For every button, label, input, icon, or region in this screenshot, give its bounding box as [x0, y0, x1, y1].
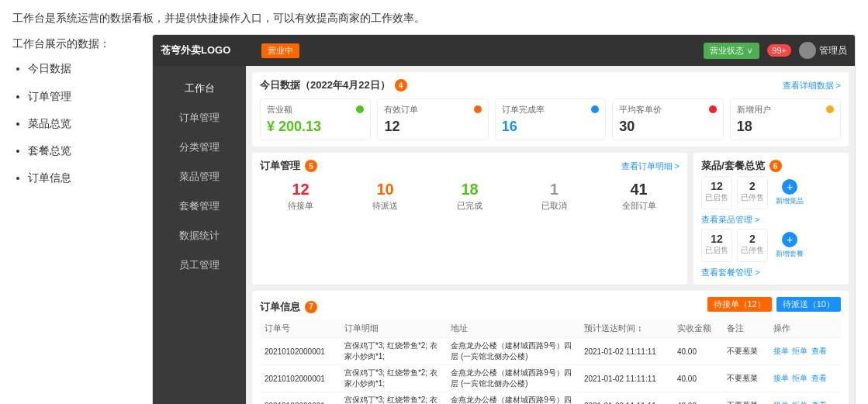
action-accept[interactable]: 接单	[773, 374, 789, 382]
order-management-card: 订单管理 5 查看订单明细 > 12 待接单	[252, 153, 687, 285]
avatar	[799, 42, 816, 59]
stat-value: 16	[502, 119, 599, 135]
notification-button[interactable]: 99+	[767, 44, 791, 57]
stats-row: 营业额 ¥ 200.13 有效订单 12 订单完成率	[260, 98, 841, 140]
today-data-link[interactable]: 查看详细数据 >	[783, 80, 841, 92]
stat-num: 41	[601, 181, 676, 199]
menu-top-cells: 12 已启售 2 已停售 + 新增菜品	[701, 176, 807, 209]
order-stat-cancelled: 1 已取消	[514, 178, 595, 215]
main-content: 工作台展示的数据： 今日数据 订单管理 菜品总览 套餐总览 订单信息 苍穹外卖L…	[12, 34, 856, 404]
cell-actions: 接单 拒单 查看	[769, 392, 841, 404]
status-badge: 营业中	[261, 43, 299, 58]
business-status-button[interactable]: 营业状态 ∨	[704, 43, 759, 59]
stat-label: 全部订单	[601, 200, 676, 212]
cell-address: 金燕龙办公楼（建材城西路9号）四层 (一宾馆北侧办公楼)	[446, 338, 579, 365]
today-data-card: 今日数据（2022年4月22日） 4 查看详细数据 > 营业额 ¥ 200.13	[252, 72, 849, 147]
list-item: 订单管理	[28, 87, 137, 106]
list-item: 今日数据	[28, 59, 137, 78]
cell-order-id: 20210102000001	[260, 338, 340, 365]
stat-dot	[709, 105, 717, 113]
today-data-header: 今日数据（2022年4月22日） 4 查看详细数据 >	[260, 78, 841, 92]
cell-time: 2021-01-02 11:11:11	[579, 392, 673, 404]
cell-note: 不要葱菜	[722, 392, 769, 404]
action-accept[interactable]: 接单	[773, 347, 789, 355]
cell-time: 2021-01-02 11:11:11	[579, 365, 673, 392]
cell-note: 不要葱菜	[722, 365, 769, 392]
action-reject[interactable]: 拒单	[792, 374, 807, 382]
middle-row: 订单管理 5 查看订单明细 > 12 待接单	[252, 153, 849, 285]
stat-label: 待接单	[263, 200, 338, 212]
today-data-badge: 4	[395, 79, 407, 92]
menu-link1[interactable]: 查看菜品管理 >	[701, 215, 759, 224]
add-dish-button[interactable]: +	[782, 179, 797, 195]
add-dish-cell[interactable]: + 新增菜品	[773, 176, 807, 209]
col-note: 备注	[722, 319, 769, 338]
order-tab-delivering[interactable]: 待派送（10）	[776, 297, 841, 312]
stat-revenue: 营业额 ¥ 200.13	[260, 98, 371, 140]
admin-menu[interactable]: 管理员	[799, 42, 847, 59]
cell-address: 金燕龙办公楼（建材城西路9号）四层 (一宾馆北侧办公楼)	[446, 365, 579, 392]
sidebar-item-dishes[interactable]: 菜品管理	[153, 162, 246, 192]
list-item: 套餐总览	[28, 141, 137, 161]
stat-new-users: 新增用户 18	[730, 98, 841, 140]
sidebar-item-workbench[interactable]: 工作台	[153, 74, 246, 103]
add-combo-label: 新增套餐	[776, 249, 804, 259]
action-view[interactable]: 查看	[811, 347, 827, 355]
add-combo-button[interactable]: +	[782, 232, 797, 247]
cell-order-id: 20210102000001	[260, 365, 340, 392]
cell-actions: 接单 拒单 查看	[769, 365, 841, 392]
order-mgmt-link[interactable]: 查看订单明细 >	[621, 161, 680, 172]
app-body: 工作台 订单管理 分类管理 菜品管理 套餐管理 数据统计 员工管理 今日数据（2…	[153, 66, 855, 404]
stat-num: 1	[517, 181, 592, 199]
menu-link2[interactable]: 查看套餐管理 >	[701, 268, 759, 277]
cell-note: 不要葱菜	[722, 338, 769, 365]
col-address: 地址	[446, 319, 579, 338]
order-info-title: 订单信息 7	[260, 300, 317, 314]
order-mgmt-title: 订单管理 5	[260, 159, 317, 173]
order-table-head: 订单号 订单明细 地址 预计送达时间 ↕ 实收金额 备注 操作	[260, 319, 841, 338]
action-reject[interactable]: 拒单	[792, 347, 807, 355]
menu-overview-card: 菜品/套餐总览 6 12 已启售	[693, 153, 849, 285]
action-view[interactable]: 查看	[811, 374, 827, 382]
sidebar-item-orders[interactable]: 订单管理	[153, 103, 246, 133]
table-row: 20210102000001 宫保鸡丁*3; 红烧带鱼*2; 衣家小炒肉*1; …	[260, 392, 841, 404]
stat-completion-rate: 订单完成率 16	[495, 98, 606, 140]
stat-num: 12	[263, 181, 338, 199]
cell-address: 金燕龙办公楼（建材城西路9号）四层 (一宾馆北侧办公楼)	[446, 392, 579, 404]
action-reject[interactable]: 拒单	[792, 401, 807, 404]
menu-overview-link1: 查看菜品管理 >	[701, 212, 841, 226]
stat-avg-price: 平均客单价 30	[612, 98, 723, 140]
add-combo-cell[interactable]: + 新增套餐	[773, 229, 807, 262]
app-sidebar: 工作台 订单管理 分类管理 菜品管理 套餐管理 数据统计 员工管理	[153, 66, 246, 404]
left-panel: 工作台展示的数据： 今日数据 订单管理 菜品总览 套餐总览 订单信息	[12, 34, 137, 404]
order-table: 订单号 订单明细 地址 预计送达时间 ↕ 实收金额 备注 操作	[260, 319, 841, 404]
intro-line1: 工作台是系统运营的数据看板，并提供快捷操作入口，可以有效提高商家的工作效率。	[12, 12, 425, 24]
action-accept[interactable]: 接单	[773, 401, 789, 404]
sidebar-item-combos[interactable]: 套餐管理	[153, 192, 246, 221]
list-item: 菜品总览	[28, 114, 137, 133]
table-row: 20210102000001 宫保鸡丁*3; 红烧带鱼*2; 衣家小炒肉*1; …	[260, 365, 841, 392]
app-main: 今日数据（2022年4月22日） 4 查看详细数据 > 营业额 ¥ 200.13	[246, 66, 855, 404]
table-row: 20210102000001 宫保鸡丁*3; 红烧带鱼*2; 衣家小炒肉*1; …	[260, 338, 841, 365]
order-stats-row: 12 待接单 10 待派送 18 已完成	[260, 178, 680, 215]
order-mgmt-badge: 5	[305, 160, 317, 172]
order-info-header: 订单信息 7 待接单（12） 待派送（10）	[260, 297, 841, 316]
menu-overview-title: 菜品/套餐总览 6	[701, 159, 782, 173]
menu-bottom-section: 12 已启售 2 已停售 + 新增套餐	[701, 229, 841, 262]
sidebar-item-stats[interactable]: 数据统计	[153, 221, 246, 250]
stat-value: 12	[384, 119, 481, 135]
app-logo: 苍穹外卖LOGO	[161, 43, 254, 57]
combo-cell-active: 12 已启售	[701, 229, 732, 262]
order-mgmt-header: 订单管理 5 查看订单明细 >	[260, 159, 680, 173]
cell-amount: 40.00	[673, 338, 722, 365]
col-order-id: 订单号	[260, 319, 340, 338]
sidebar-item-categories[interactable]: 分类管理	[153, 133, 246, 162]
stat-valid-orders: 有效订单 12	[377, 98, 488, 140]
sidebar-item-staff[interactable]: 员工管理	[153, 250, 246, 280]
col-detail: 订单明细	[340, 319, 446, 338]
bullet-list: 今日数据 订单管理 菜品总览 套餐总览 订单信息	[12, 59, 137, 188]
order-tab-pending[interactable]: 待接单（12）	[707, 297, 772, 312]
stat-label: 有效订单	[384, 104, 481, 116]
stat-label: 待派送	[348, 200, 423, 212]
action-view[interactable]: 查看	[811, 401, 827, 404]
